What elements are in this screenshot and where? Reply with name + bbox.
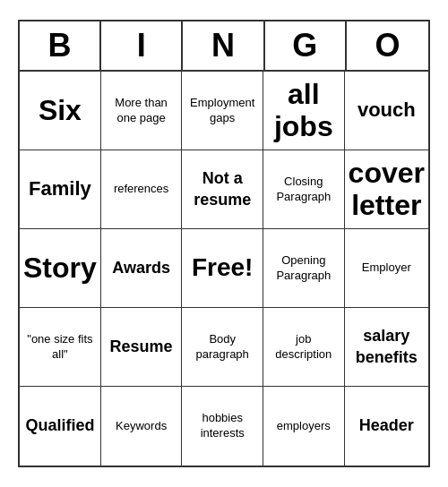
cell-text: Awards [112,258,170,278]
bingo-cell: employers [263,387,345,466]
cell-text: employers [277,419,331,434]
bingo-cell: cover letter [345,150,428,229]
bingo-cell: Body paragraph [182,308,263,387]
cell-text: "one size fits all" [23,332,97,363]
cell-text: Qualified [25,415,94,436]
bingo-cell: Qualified [20,387,101,466]
bingo-cell: Employer [345,229,428,308]
cell-text: references [114,182,168,197]
header-letter: N [183,21,264,70]
cell-text: Free! [192,252,253,284]
cell-text: Not a resume [185,168,259,210]
cell-text: Employment gaps [185,96,259,126]
bingo-header: BINGO [20,21,428,72]
cell-text: Resume [110,337,173,357]
bingo-cell: Story [20,229,101,308]
bingo-cell: salary benefits [345,308,428,387]
cell-text: salary benefits [349,326,425,368]
cell-text: Family [29,176,91,202]
cell-text: Story [23,252,97,284]
bingo-grid: SixMore than one pageEmployment gapsall … [20,72,428,466]
bingo-cell: Header [345,387,428,466]
header-letter: O [347,21,428,70]
cell-text: job description [267,332,340,363]
cell-text: Opening Paragraph [267,253,340,284]
bingo-cell: Family [20,150,101,229]
cell-text: all jobs [267,79,340,141]
bingo-cell: Awards [101,229,183,308]
bingo-cell: vouch [345,72,428,150]
header-letter: G [265,21,347,70]
cell-text: hobbies interests [185,411,259,441]
cell-text: Body paragraph [185,332,259,363]
cell-text: Header [359,415,414,436]
bingo-cell: Opening Paragraph [263,229,345,308]
cell-text: More than one page [105,96,178,126]
bingo-cell: all jobs [263,72,345,150]
bingo-cell: Resume [101,308,183,387]
cell-text: Six [39,95,82,126]
cell-text: Keywords [116,419,167,434]
bingo-cell: "one size fits all" [20,308,101,387]
cell-text: Employer [362,261,411,276]
cell-text: Closing Paragraph [267,175,340,205]
bingo-cell: More than one page [101,72,183,150]
cell-text: cover letter [349,158,425,220]
bingo-cell: Not a resume [182,150,263,229]
bingo-cell: Six [20,72,101,150]
bingo-cell: Free! [182,229,263,308]
bingo-cell: hobbies interests [182,387,263,466]
header-letter: B [20,21,101,70]
bingo-card: BINGO SixMore than one pageEmployment ga… [18,20,430,467]
cell-text: vouch [358,98,416,124]
bingo-cell: Closing Paragraph [263,150,345,229]
bingo-cell: Keywords [101,387,183,466]
bingo-cell: references [101,150,183,229]
bingo-cell: job description [263,308,345,387]
header-letter: I [101,21,183,70]
bingo-cell: Employment gaps [182,72,263,150]
